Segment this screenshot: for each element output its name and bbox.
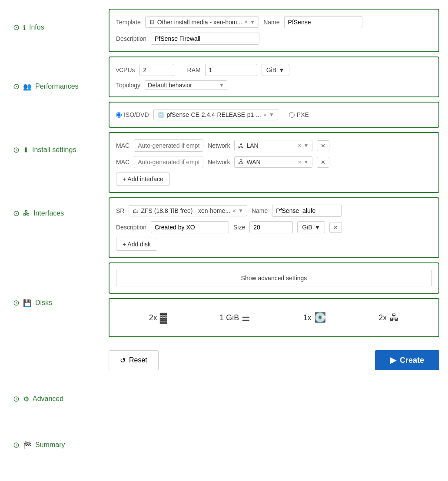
name-input[interactable] (284, 16, 362, 28)
check-circle-icon-disks: ⊙ (13, 298, 20, 308)
topology-select[interactable]: Default behavior ▼ (145, 80, 227, 90)
sidebar-item-performances[interactable]: ⊙ 👥 Performances (9, 76, 109, 96)
network-label-1: Network (208, 142, 230, 149)
ram-unit-value: GiB (266, 66, 276, 73)
add-disk-button[interactable]: + Add disk (116, 238, 157, 251)
check-circle-icon-performances: ⊙ (13, 82, 20, 91)
template-clear-icon[interactable]: × (244, 19, 248, 26)
disk-desc-row: Description Size GiB ▼ ✕ (116, 221, 432, 233)
network-clear-1[interactable]: × (298, 142, 301, 149)
remove-interface-1-button[interactable]: ✕ (317, 140, 329, 151)
sidebar-item-infos[interactable]: ⊙ ℹ Infos (9, 17, 109, 37)
network-select-1[interactable]: 🖧 LAN × ▼ (234, 140, 312, 151)
show-advanced-button[interactable]: Show advanced settings (116, 270, 432, 286)
interface-row-2: MAC Network 🖧 WAN × ▼ ✕ (116, 156, 432, 168)
iso-select[interactable]: 💿 pfSense-CE-2.4.4-RELEASE-p1-... × ▼ (153, 109, 278, 120)
description-input[interactable] (151, 33, 259, 45)
name-label: Name (263, 19, 279, 26)
topology-chevron-icon: ▼ (219, 82, 224, 88)
disk-name-label: Name (252, 207, 268, 214)
sr-clear-icon[interactable]: × (232, 207, 236, 214)
sr-chevron-icon[interactable]: ▼ (238, 208, 243, 214)
disk-sr-row: SR 🗂 ZFS (18.8 TiB free) - xen-home... ×… (116, 205, 432, 217)
check-circle-icon-install: ⊙ (13, 145, 20, 155)
sidebar-label-performances: Performances (35, 83, 79, 90)
disk-size-unit-dropdown[interactable]: GiB ▼ (297, 221, 325, 233)
sidebar-item-advanced[interactable]: ⊙ ⚙ Advanced (9, 389, 109, 409)
mac-input-1[interactable] (134, 139, 203, 152)
ram-label: RAM (187, 66, 201, 73)
ram-unit-dropdown[interactable]: GiB ▼ (262, 64, 289, 76)
performances-section: vCPUs RAM GiB ▼ Topology Default behavio… (109, 56, 439, 97)
sidebar-item-summary[interactable]: ⊙ 🏁 Summary (9, 435, 109, 455)
pxe-radio-option[interactable]: PXE (289, 111, 309, 118)
advanced-section: Show advanced settings (109, 262, 439, 294)
sidebar-label-summary: Summary (35, 441, 65, 449)
sidebar-item-interfaces[interactable]: ⊙ 🖧 Interfaces (9, 203, 109, 223)
check-circle-icon-interfaces: ⊙ (13, 209, 20, 218)
disk-icon-small: 💿 (157, 111, 165, 118)
topology-label: Topology (116, 82, 140, 89)
network-value-2: WAN (246, 159, 260, 166)
remove-interface-2-button[interactable]: ✕ (317, 157, 329, 168)
disk-unit-chevron-icon: ▼ (315, 224, 321, 231)
iso-radio[interactable] (116, 112, 122, 118)
ram-input[interactable] (205, 64, 257, 76)
install-icon: ⬇ (23, 146, 29, 154)
network-summary-icon: 🖧 (389, 312, 399, 323)
sr-label: SR (116, 207, 124, 214)
summary-section: 2x ▓ 1 GiB ⚌ 1x 💽 2x 🖧 (109, 298, 439, 337)
summary-icon: 🏁 (23, 441, 32, 449)
reset-button[interactable]: ↺ Reset (109, 350, 159, 370)
pxe-radio[interactable] (289, 112, 295, 118)
disk-description-input[interactable] (151, 221, 229, 233)
summary-interfaces: 2x 🖧 (378, 312, 399, 323)
network-label-2: Network (208, 159, 230, 166)
mac-label-1: MAC (116, 142, 129, 149)
iso-radio-option[interactable]: ISO/DVD (116, 111, 149, 118)
reset-label: Reset (129, 356, 147, 364)
network-chevron-2[interactable]: ▼ (304, 159, 309, 165)
summary-disk: 1x 💽 (303, 312, 326, 323)
mac-label-2: MAC (116, 159, 129, 166)
check-circle-icon-advanced: ⊙ (13, 394, 20, 404)
network-chevron-1[interactable]: ▼ (304, 143, 309, 149)
ram-unit-chevron-icon: ▼ (279, 66, 285, 73)
iso-clear-icon[interactable]: × (263, 111, 267, 118)
template-chevron-icon[interactable]: ▼ (250, 19, 255, 25)
monitor-icon: 🖥 (149, 19, 155, 26)
reset-icon: ↺ (120, 356, 126, 365)
sidebar-item-disks[interactable]: ⊙ 💾 Disks (9, 293, 109, 313)
sr-icon: 🗂 (133, 207, 139, 214)
summary-disk-count: 1x (303, 313, 312, 322)
topology-value: Default behavior (148, 82, 217, 89)
vcpu-input[interactable] (139, 64, 174, 76)
create-button[interactable]: ▶ Create (375, 350, 439, 370)
interface-row-1: MAC Network 🖧 LAN × ▼ ✕ (116, 139, 432, 152)
pxe-label: PXE (297, 111, 309, 118)
disk-name-input[interactable] (272, 205, 342, 217)
disk-size-input[interactable] (249, 221, 293, 233)
cpu-icon: ▓ (160, 312, 167, 323)
network-clear-2[interactable]: × (298, 159, 301, 166)
remove-disk-button[interactable]: ✕ (329, 222, 342, 233)
template-select[interactable]: 🖥 Other install media - xen-hom... × ▼ (145, 17, 259, 28)
network-select-2[interactable]: 🖧 WAN × ▼ (234, 156, 312, 168)
summary-ram-display: 1 GiB (219, 313, 239, 322)
sidebar-item-install[interactable]: ⊙ ⬇ Install settings (9, 140, 109, 160)
iso-chevron-icon[interactable]: ▼ (269, 112, 274, 118)
interfaces-section: MAC Network 🖧 LAN × ▼ ✕ MAC Network 🖧 WA (109, 132, 439, 193)
summary-vcpu-count: 2x (149, 313, 157, 322)
mac-input-2[interactable] (134, 156, 203, 168)
hdd-icon: 💽 (314, 312, 326, 323)
interfaces-icon: 🖧 (23, 209, 30, 217)
performances-icon: 👥 (23, 83, 32, 91)
sr-select[interactable]: 🗂 ZFS (18.8 TiB free) - xen-home... × ▼ (129, 205, 247, 216)
network-icon-2: 🖧 (238, 159, 244, 166)
add-interface-button[interactable]: + Add interface (116, 172, 170, 186)
sidebar-label-interfaces: Interfaces (33, 209, 64, 217)
play-icon: ▶ (390, 355, 396, 365)
disk-description-label: Description (116, 224, 146, 231)
iso-value: pfSense-CE-2.4.4-RELEASE-p1-... (167, 111, 261, 118)
sr-value: ZFS (18.8 TiB free) - xen-home... (141, 207, 230, 214)
